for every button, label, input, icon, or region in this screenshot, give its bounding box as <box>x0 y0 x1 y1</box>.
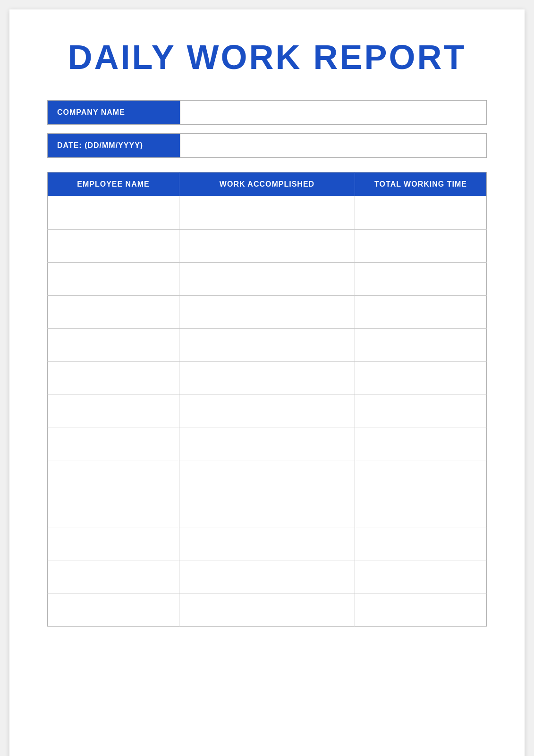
cell-total-working-time[interactable] <box>355 395 487 428</box>
cell-employee-name[interactable] <box>48 196 179 229</box>
info-section: COMPANY NAME DATE: (DD/MM/YYYY) <box>47 100 487 158</box>
cell-total-working-time[interactable] <box>355 328 487 361</box>
cell-employee-name[interactable] <box>48 593 179 626</box>
cell-total-working-time[interactable] <box>355 361 487 395</box>
cell-work-accomplished[interactable] <box>179 196 355 229</box>
table-row <box>48 560 487 593</box>
cell-employee-name[interactable] <box>48 428 179 461</box>
cell-employee-name[interactable] <box>48 229 179 262</box>
cell-employee-name[interactable] <box>48 494 179 527</box>
report-table: EMPLOYEE NAME WORK ACCOMPLISHED TOTAL WO… <box>47 172 487 627</box>
header-employee-name: EMPLOYEE NAME <box>48 172 179 197</box>
cell-employee-name[interactable] <box>48 361 179 395</box>
cell-total-working-time[interactable] <box>355 461 487 494</box>
cell-total-working-time[interactable] <box>355 527 487 560</box>
cell-work-accomplished[interactable] <box>179 229 355 262</box>
page-title: DAILY WORK REPORT <box>47 38 487 77</box>
cell-total-working-time[interactable] <box>355 262 487 295</box>
company-value[interactable] <box>180 101 486 124</box>
table-row <box>48 229 487 262</box>
table-row <box>48 295 487 328</box>
date-value[interactable] <box>180 134 486 157</box>
table-section: EMPLOYEE NAME WORK ACCOMPLISHED TOTAL WO… <box>47 172 487 627</box>
cell-work-accomplished[interactable] <box>179 262 355 295</box>
table-row <box>48 593 487 626</box>
cell-employee-name[interactable] <box>48 328 179 361</box>
table-row <box>48 461 487 494</box>
cell-work-accomplished[interactable] <box>179 328 355 361</box>
table-row <box>48 328 487 361</box>
header-total-working-time: TOTAL WORKING TIME <box>355 172 487 197</box>
cell-work-accomplished[interactable] <box>179 461 355 494</box>
table-row <box>48 262 487 295</box>
cell-work-accomplished[interactable] <box>179 295 355 328</box>
cell-total-working-time[interactable] <box>355 196 487 229</box>
table-row <box>48 527 487 560</box>
company-row: COMPANY NAME <box>47 100 487 125</box>
table-row <box>48 395 487 428</box>
date-row: DATE: (DD/MM/YYYY) <box>47 133 487 158</box>
table-row <box>48 196 487 229</box>
cell-work-accomplished[interactable] <box>179 361 355 395</box>
cell-employee-name[interactable] <box>48 262 179 295</box>
cell-employee-name[interactable] <box>48 395 179 428</box>
cell-total-working-time[interactable] <box>355 295 487 328</box>
cell-total-working-time[interactable] <box>355 593 487 626</box>
cell-employee-name[interactable] <box>48 560 179 593</box>
cell-total-working-time[interactable] <box>355 560 487 593</box>
cell-total-working-time[interactable] <box>355 428 487 461</box>
header-work-accomplished: WORK ACCOMPLISHED <box>179 172 355 197</box>
cell-employee-name[interactable] <box>48 295 179 328</box>
cell-work-accomplished[interactable] <box>179 593 355 626</box>
page: DAILY WORK REPORT COMPANY NAME DATE: (DD… <box>9 9 525 756</box>
table-row <box>48 361 487 395</box>
cell-employee-name[interactable] <box>48 527 179 560</box>
company-label: COMPANY NAME <box>48 101 180 124</box>
cell-work-accomplished[interactable] <box>179 527 355 560</box>
date-label: DATE: (DD/MM/YYYY) <box>48 134 180 157</box>
cell-work-accomplished[interactable] <box>179 428 355 461</box>
cell-employee-name[interactable] <box>48 461 179 494</box>
cell-work-accomplished[interactable] <box>179 395 355 428</box>
cell-work-accomplished[interactable] <box>179 560 355 593</box>
table-row <box>48 428 487 461</box>
cell-work-accomplished[interactable] <box>179 494 355 527</box>
table-header-row: EMPLOYEE NAME WORK ACCOMPLISHED TOTAL WO… <box>48 172 487 197</box>
cell-total-working-time[interactable] <box>355 494 487 527</box>
table-row <box>48 494 487 527</box>
cell-total-working-time[interactable] <box>355 229 487 262</box>
